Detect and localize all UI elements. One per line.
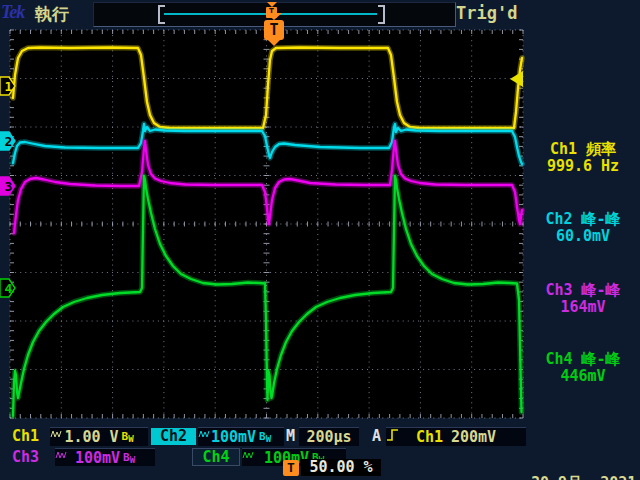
oscilloscope-screen: 1234 Tek 執行 T Trig'd T Ch1 頻率 999.6 Hz C…: [0, 0, 640, 480]
timebase-value: 200µs: [306, 428, 351, 446]
down-triangle-icon: [266, 13, 282, 20]
trigger-level: 200mV: [451, 428, 496, 446]
measurement-value: 164mV: [527, 299, 639, 316]
ch1-label: Ch1: [12, 427, 39, 446]
record-view-right-bracket: [378, 5, 385, 24]
channel-marker-4-number: 4: [5, 281, 13, 296]
marker-tip: [268, 40, 280, 46]
bw-b: B: [259, 430, 266, 443]
ch3-scale-value: 100mV: [75, 449, 120, 467]
channel-marker-2-number: 2: [5, 134, 13, 149]
measurement-ch4-pkpk: Ch4 峰-峰 446mV: [527, 351, 639, 385]
trigger-t-glyph: T: [264, 20, 284, 40]
trigger-readout: Ch1 200mV: [386, 427, 526, 446]
measurement-value: 999.6 Hz: [527, 158, 639, 175]
bandwidth-limit-icon: BW: [123, 447, 135, 469]
ch1-scale-readout: 1.00 V BW: [50, 427, 148, 446]
measurement-label: Ch3 峰-峰: [527, 282, 639, 299]
ch4-tab: Ch4: [192, 448, 240, 466]
measurement-ch1-frequency: Ch1 頻率 999.6 Hz: [527, 141, 639, 175]
coupling-icon: [198, 428, 211, 440]
bw-w: W: [130, 455, 135, 465]
ch3-label: Ch3: [12, 448, 39, 467]
trigger-position-readout: T 50.00 %: [283, 459, 381, 476]
bandwidth-limit-icon: BW: [259, 426, 271, 448]
bw-w: W: [128, 434, 133, 444]
trigger-source: Ch1: [416, 428, 443, 446]
coupling-icon: [50, 428, 63, 440]
measurement-value: 60.0mV: [527, 228, 639, 245]
channel-marker-3-number: 3: [5, 179, 13, 194]
timebase-label: M: [286, 427, 295, 446]
trigger-position-value: 50.00 %: [301, 459, 381, 476]
bw-b: B: [123, 451, 130, 464]
measurement-label: Ch4 峰-峰: [527, 351, 639, 368]
trigger-position-marker-icon: T: [264, 13, 284, 46]
coupling-icon: [55, 449, 68, 461]
rising-edge-icon: [386, 428, 399, 442]
trigger-t-icon: T: [283, 460, 299, 476]
bw-w: W: [266, 434, 271, 444]
ch2-selected-tab: Ch2: [151, 428, 196, 445]
channel-marker-1-number: 1: [5, 79, 13, 94]
measurement-ch2-pkpk: Ch2 峰-峰 60.0mV: [527, 211, 639, 245]
acquisition-status: 執行: [35, 3, 69, 26]
trigger-system-label: A: [372, 427, 381, 446]
ch2-scale-readout: 100mV BW: [198, 427, 284, 446]
date: 30 9月 2021: [531, 475, 640, 480]
measurement-label: Ch2 峰-峰: [527, 211, 639, 228]
coupling-icon: [242, 449, 255, 461]
tek-logo: Tek: [1, 2, 24, 23]
measurement-label: Ch1 頻率: [527, 141, 639, 158]
measurement-ch3-pkpk: Ch3 峰-峰 164mV: [527, 282, 639, 316]
bandwidth-limit-icon: BW: [122, 426, 134, 448]
measurement-value: 446mV: [527, 368, 639, 385]
ch3-scale-readout: 100mV BW: [55, 448, 155, 466]
timebase-readout: 200µs: [299, 427, 359, 446]
ch2-scale-value: 100mV: [211, 428, 256, 446]
datetime: 30 9月 2021 05:33:34: [527, 441, 640, 480]
ch1-scale-value: 1.00 V: [64, 428, 118, 446]
trigger-status: Trig'd: [456, 3, 517, 23]
